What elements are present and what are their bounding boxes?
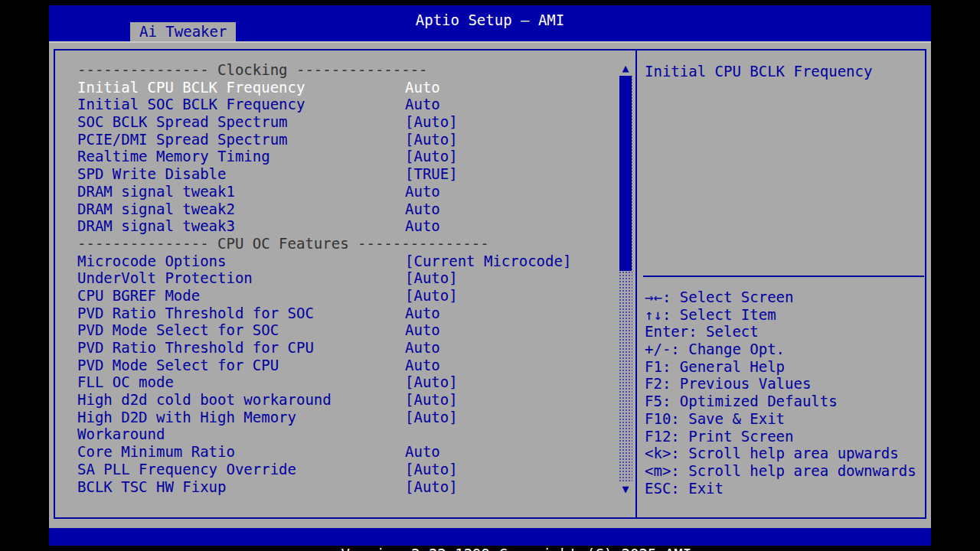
menu-item-value: [Auto] — [405, 113, 458, 131]
menu-item-value: [Auto] — [405, 391, 458, 409]
menu-item-value: Auto — [405, 217, 440, 235]
menu-item-label: Workaround — [77, 425, 165, 442]
legend-entry: F1: General Help — [645, 358, 916, 376]
menu-item-label: PCIE/DMI Spread Spectrum — [77, 131, 288, 148]
menu-item[interactable]: Workaround — [55, 425, 635, 443]
menu-item-value: [Auto] — [405, 131, 458, 148]
legend-entry: ESC: Exit — [645, 480, 916, 497]
menu-section-separator: --------------- Clocking --------------- — [55, 61, 635, 79]
help-divider — [643, 276, 924, 277]
menu-item[interactable]: PVD Ratio Threshold for SOCAuto — [55, 305, 635, 322]
menu-item[interactable]: SOC BCLK Spread Spectrum[Auto] — [55, 113, 635, 131]
menu-item[interactable]: DRAM signal tweak3Auto — [55, 217, 635, 235]
help-title: Initial CPU BCLK Frequency — [645, 63, 872, 80]
menu-item-label: FLL OC mode — [77, 373, 174, 390]
menu-item[interactable]: DRAM signal tweak2Auto — [55, 201, 635, 218]
menu-item-value: Auto — [405, 443, 440, 461]
legend-entry: F12: Print Screen — [645, 428, 916, 445]
menu-item[interactable]: High d2d cold boot workaround[Auto] — [55, 391, 635, 409]
menu-item-label: High D2D with High Memory — [77, 409, 296, 425]
menu-item[interactable]: High D2D with High Memory[Auto] — [55, 409, 635, 426]
menu-item[interactable]: BCLK TSC HW Fixup[Auto] — [55, 478, 635, 496]
menu-item-value: [Auto] — [405, 269, 458, 287]
header-bar: Aptio Setup – AMI Ai Tweaker — [49, 5, 931, 41]
menu-item-label: SA PLL Frequency Override — [77, 461, 296, 478]
menu-item-label: PVD Mode Select for CPU — [77, 357, 279, 373]
menu-item-value: Auto — [405, 357, 440, 374]
tab-ai-tweaker[interactable]: Ai Tweaker — [130, 22, 236, 41]
menu-item-label: PVD Mode Select for SOC — [77, 321, 279, 338]
menu-item-value: [Auto] — [405, 287, 458, 305]
menu-item[interactable]: Core Minimum RatioAuto — [55, 443, 635, 461]
menu-item-label: UnderVolt Protection — [77, 269, 253, 286]
menu-item-value: Auto — [405, 339, 440, 357]
menu-item-label: --------------- Clocking --------------- — [77, 61, 428, 78]
menu-item-label: BCLK TSC HW Fixup — [77, 478, 226, 495]
menu-item-value: Auto — [405, 79, 440, 96]
menu-item-label: Initial CPU BCLK Frequency — [77, 79, 305, 96]
menu-item-value: Auto — [405, 305, 440, 322]
menu-item[interactable]: PCIE/DMI Spread Spectrum[Auto] — [55, 131, 635, 148]
menu-item-label: Core Minimum Ratio — [77, 443, 235, 460]
menu-item-label: CPU BGREF Mode — [77, 287, 200, 304]
menu-item-label: DRAM signal tweak2 — [77, 201, 235, 217]
legend-entry: F5: Optimized Defaults — [645, 393, 916, 410]
menu-item-value: [Auto] — [405, 409, 458, 426]
menu-item-value: Auto — [405, 321, 440, 339]
menu-item-value: [Auto] — [405, 461, 458, 478]
legend-list: →←: Select Screen↑↓: Select ItemEnter: S… — [645, 289, 916, 497]
menu-item[interactable]: FLL OC mode[Auto] — [55, 373, 635, 391]
legend-entry: F2: Previous Values — [645, 375, 916, 393]
legend-entry: F10: Save & Exit — [645, 410, 916, 428]
menu-item[interactable]: Microcode Options[Current Microcode] — [55, 253, 635, 270]
menu-item[interactable]: DRAM signal tweak1Auto — [55, 183, 635, 201]
menu-item-value: [Current Microcode] — [405, 253, 571, 270]
content-box: --------------- Clocking ---------------… — [54, 49, 926, 519]
legend-entry: <k>: Scroll help area upwards — [645, 445, 916, 462]
help-pane: Initial CPU BCLK Frequency →←: Select Sc… — [639, 51, 928, 517]
version-text: Version 2.22.1299 Copyright (C) 2025 AMI — [341, 546, 692, 551]
legend-entry: <m>: Scroll help area downwards — [645, 462, 916, 480]
menu-item-label: SOC BCLK Spread Spectrum — [77, 113, 288, 130]
menu-item[interactable]: PVD Ratio Threshold for CPUAuto — [55, 339, 635, 357]
menu-item[interactable]: SPD Write Disable[TRUE] — [55, 165, 635, 183]
menu-item-value: Auto — [405, 96, 440, 113]
menu-item[interactable]: SA PLL Frequency Override[Auto] — [55, 461, 635, 478]
menu-item-label: Microcode Options — [77, 253, 226, 269]
aptio-setup-window: Aptio Setup – AMI Ai Tweaker -----------… — [49, 5, 931, 546]
menu-item-label: PVD Ratio Threshold for CPU — [77, 339, 314, 356]
menu-section-separator: --------------- CPU OC Features --------… — [55, 235, 635, 253]
scrollbar[interactable]: ▲ ▼ — [618, 63, 633, 494]
menu-item-label: Realtime Memory Timing — [77, 148, 270, 165]
menu-item[interactable]: Initial CPU BCLK FrequencyAuto — [55, 79, 635, 96]
menu-item[interactable]: Initial SOC BCLK FrequencyAuto — [55, 96, 635, 113]
menu-item-value: [Auto] — [405, 478, 458, 496]
bios-screen: Aptio Setup – AMI Ai Tweaker -----------… — [0, 0, 980, 551]
scroll-up-icon[interactable]: ▲ — [618, 63, 633, 73]
legend-entry: +/-: Change Opt. — [645, 341, 916, 358]
menu-item[interactable]: Realtime Memory Timing[Auto] — [55, 148, 635, 165]
body-area: --------------- Clocking ---------------… — [49, 41, 931, 528]
scrollbar-thumb[interactable] — [619, 76, 632, 271]
menu-item-label: Initial SOC BCLK Frequency — [77, 96, 305, 112]
menu-item-label: SPD Write Disable — [77, 165, 226, 182]
scroll-down-icon[interactable]: ▼ — [618, 484, 633, 494]
menu-item[interactable]: PVD Mode Select for SOCAuto — [55, 321, 635, 339]
menu-item[interactable]: UnderVolt Protection[Auto] — [55, 269, 635, 287]
menu-item-label: PVD Ratio Threshold for SOC — [77, 305, 314, 321]
menu-item[interactable]: PVD Mode Select for CPUAuto — [55, 357, 635, 374]
menu-item[interactable]: CPU BGREF Mode[Auto] — [55, 287, 635, 305]
menu-item-value: [Auto] — [405, 373, 458, 391]
legend-entry: ↑↓: Select Item — [645, 306, 916, 324]
settings-pane: --------------- Clocking ---------------… — [55, 51, 637, 517]
menu-item-label: DRAM signal tweak3 — [77, 217, 235, 234]
menu-item-value: [TRUE] — [405, 165, 458, 183]
menu-rows: --------------- Clocking ---------------… — [55, 61, 635, 495]
footer-bar: Version 2.22.1299 Copyright (C) 2025 AMI — [49, 528, 931, 546]
menu-item-value: Auto — [405, 201, 440, 218]
menu-item-label: DRAM signal tweak1 — [77, 183, 235, 200]
menu-item-label: High d2d cold boot workaround — [77, 391, 332, 408]
legend-entry: Enter: Select — [645, 323, 916, 341]
menu-item-label: --------------- CPU OC Features --------… — [77, 235, 489, 252]
menu-item-value: [Auto] — [405, 148, 458, 165]
